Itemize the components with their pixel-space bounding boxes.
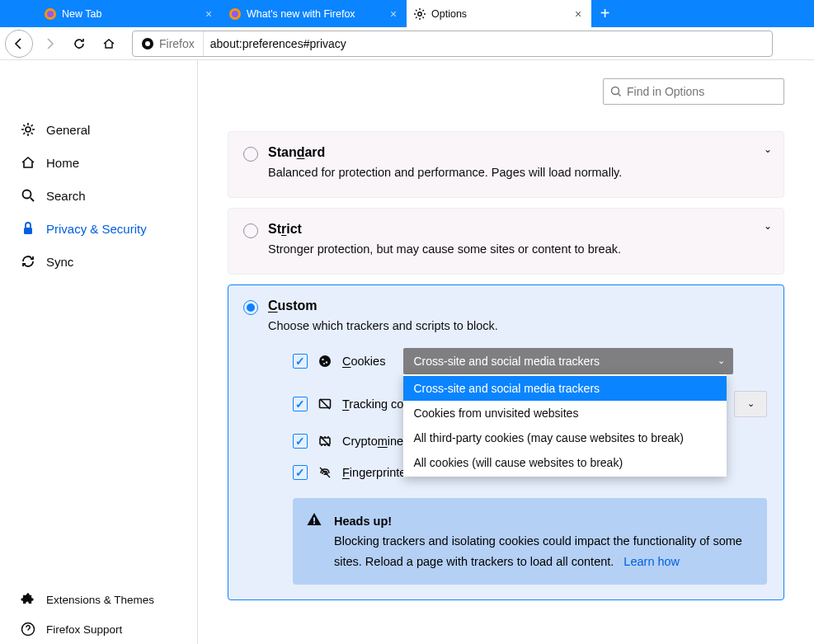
warning-icon	[306, 511, 322, 528]
protection-card-strict[interactable]: ⌄ Strict Stronger protection, but may ca…	[228, 208, 784, 275]
dropdown-item[interactable]: Cross-site and social media trackers	[403, 376, 727, 401]
back-button[interactable]	[5, 30, 33, 58]
puzzle-icon	[20, 591, 36, 608]
gear-icon	[413, 7, 426, 21]
card-title: Strict	[268, 222, 767, 237]
sidebar-item-privacy[interactable]: Privacy & Security	[0, 212, 197, 245]
tracking-icon	[318, 397, 332, 411]
option-label: TTracking conracking con	[342, 397, 410, 411]
checkbox-cookies[interactable]	[293, 354, 308, 369]
preferences-sidebar: General Home Search Privacy & Security S…	[0, 60, 198, 644]
cryptominer-icon	[318, 434, 332, 449]
sidebar-item-sync[interactable]: Sync	[0, 245, 197, 278]
option-label: Cryptominer	[342, 435, 407, 448]
tab-label: What's new with Firefox	[247, 8, 382, 20]
search-icon	[610, 86, 622, 97]
svg-point-11	[612, 87, 619, 95]
cookie-icon	[318, 354, 332, 369]
new-tab-button[interactable]: +	[591, 0, 619, 27]
svg-rect-18	[313, 517, 315, 521]
dropdown-item[interactable]: Cookies from unvisited websites	[403, 401, 727, 425]
fingerprint-icon	[318, 465, 332, 480]
tab-options[interactable]: Options ×	[407, 0, 591, 27]
find-in-options[interactable]	[603, 78, 784, 105]
tab-strip: New Tab × What's new with Firefox × Opti…	[0, 0, 814, 27]
dropdown-item[interactable]: All third-party cookies (may cause websi…	[403, 425, 727, 450]
forward-button[interactable]	[36, 31, 63, 57]
sidebar-item-support[interactable]: Firefox Support	[0, 614, 197, 644]
cookies-select[interactable]: Cross-site and social media trackers ⌄ C…	[403, 348, 733, 374]
chevron-down-icon: ⌄	[747, 398, 755, 409]
sidebar-label: Sync	[46, 255, 73, 269]
search-input[interactable]	[627, 85, 777, 98]
sidebar-label: Privacy & Security	[46, 222, 147, 236]
svg-point-14	[326, 361, 327, 363]
option-cookies: Cookies Cross-site and social media trac…	[293, 348, 767, 374]
sidebar-label: Firefox Support	[46, 623, 122, 636]
nav-toolbar: Firefox about:preferences#privacy	[0, 27, 814, 60]
firefox-icon	[228, 7, 242, 21]
close-icon[interactable]: ×	[202, 7, 215, 21]
address-bar[interactable]: Firefox about:preferences#privacy	[132, 31, 773, 57]
svg-point-15	[323, 363, 325, 364]
close-icon[interactable]: ×	[572, 7, 585, 21]
chevron-down-icon: ⌄	[718, 355, 725, 366]
protection-card-standard[interactable]: ⌄ Standard Balanced for protection and p…	[228, 131, 784, 198]
alert-title: Heads up!	[334, 515, 392, 528]
svg-point-1	[47, 11, 54, 17]
radio-custom[interactable]	[243, 300, 258, 315]
card-title: Standard	[268, 145, 767, 160]
firefox-icon	[44, 7, 57, 21]
tab-whats-new[interactable]: What's new with Firefox ×	[222, 0, 407, 27]
svg-point-12	[319, 355, 331, 367]
svg-point-8	[23, 190, 31, 199]
svg-point-13	[322, 358, 323, 360]
card-desc: Stronger protection, but may cause some …	[268, 240, 767, 259]
svg-rect-19	[313, 522, 315, 524]
sidebar-label: Home	[46, 156, 79, 170]
close-icon[interactable]: ×	[387, 7, 400, 21]
home-button[interactable]	[96, 31, 122, 57]
search-icon	[20, 187, 36, 204]
lock-icon	[20, 220, 36, 237]
identity-label: Firefox	[159, 37, 195, 50]
alert-body: Blocking trackers and isolating cookies …	[334, 534, 742, 568]
sidebar-label: General	[46, 123, 90, 137]
reload-button[interactable]	[66, 31, 92, 57]
sidebar-label: Extensions & Themes	[46, 594, 154, 606]
card-title: Custom	[268, 298, 767, 313]
sidebar-item-search[interactable]: Search	[0, 179, 197, 212]
dropdown-item[interactable]: All cookies (will cause websites to brea…	[403, 450, 727, 475]
select-value: Cross-site and social media trackers	[413, 355, 600, 368]
svg-point-7	[26, 127, 31, 132]
checkbox-fingerprint[interactable]	[293, 465, 308, 480]
tab-new-tab[interactable]: New Tab ×	[37, 0, 222, 27]
radio-standard[interactable]	[243, 147, 258, 162]
heads-up-alert: Heads up! Blocking trackers and isolatin…	[293, 498, 767, 585]
card-desc: Choose which trackers and scripts to blo…	[268, 317, 767, 336]
chevron-down-icon[interactable]: ⌄	[764, 220, 772, 232]
option-label: Cookies	[342, 355, 385, 368]
protection-card-custom[interactable]: Custom Choose which trackers and scripts…	[228, 284, 784, 600]
preferences-main: ⌄ Standard Balanced for protection and p…	[198, 60, 814, 644]
sidebar-item-general[interactable]: General	[0, 113, 197, 146]
cookies-dropdown: Cross-site and social media trackers Coo…	[403, 374, 727, 477]
svg-point-6	[145, 41, 150, 46]
svg-point-4	[418, 12, 421, 15]
identity-box[interactable]: Firefox	[133, 31, 204, 56]
sidebar-item-home[interactable]: Home	[0, 146, 197, 179]
home-icon	[20, 154, 36, 171]
sidebar-label: Search	[46, 189, 86, 203]
checkbox-crypto[interactable]	[293, 434, 308, 449]
svg-rect-9	[24, 228, 32, 234]
radio-strict[interactable]	[243, 223, 258, 238]
firefox-logo-icon	[141, 37, 154, 50]
tracking-select[interactable]: ⌄	[734, 391, 767, 417]
learn-how-link[interactable]: Learn how	[623, 555, 680, 568]
help-icon	[20, 621, 36, 637]
sidebar-item-extensions[interactable]: Extensions & Themes	[0, 585, 197, 614]
checkbox-tracking[interactable]	[293, 397, 308, 411]
chevron-down-icon[interactable]: ⌄	[764, 143, 772, 155]
svg-point-3	[232, 11, 238, 17]
card-desc: Balanced for protection and performance.…	[268, 163, 767, 182]
